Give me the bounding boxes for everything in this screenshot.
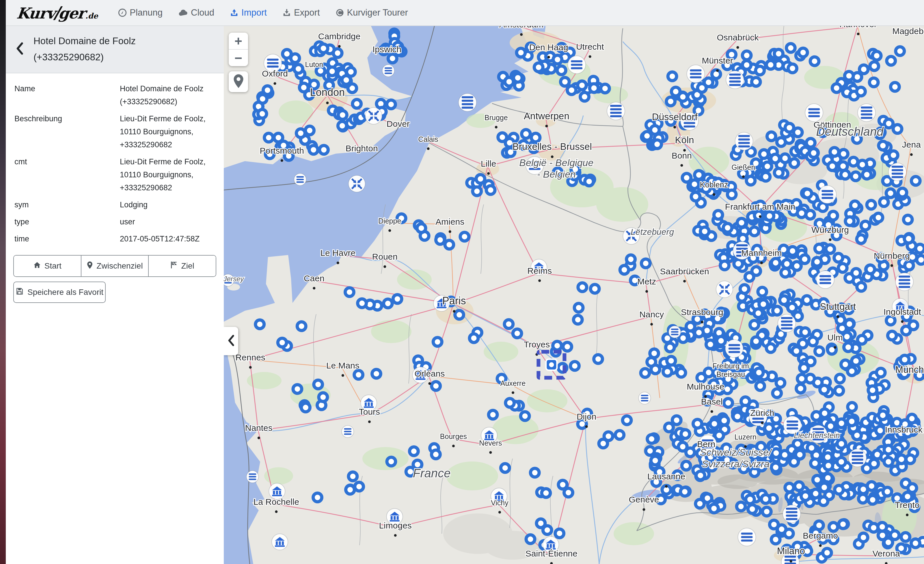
marker-cluster-icon	[669, 326, 681, 338]
field-row-beschreibung: Beschreibung Lieu-Dit Ferme de Foolz, 10…	[14, 110, 222, 153]
marker-cluster-icon	[638, 392, 651, 404]
svg-text:Bergamo: Bergamo	[803, 531, 838, 540]
marker-cluster-icon	[607, 102, 625, 120]
svg-text:Antwerpen: Antwerpen	[524, 111, 569, 121]
svg-text:Utrecht: Utrecht	[576, 42, 604, 51]
top-navbar: Kurv∕ger.de Planung Cloud Import Export	[6, 0, 924, 26]
spiderfy-cluster-icon	[716, 281, 733, 298]
sidebar-collapse-handle[interactable]	[224, 327, 238, 355]
nav-item-planung[interactable]: Planung	[118, 8, 163, 18]
download-icon	[282, 8, 291, 17]
save-favorite-button[interactable]: Speichere als Favorit	[13, 282, 106, 303]
spiderfy-cluster-icon	[348, 175, 365, 192]
svg-text:Ulm: Ulm	[827, 333, 843, 342]
svg-text:Genève: Genève	[628, 495, 659, 504]
svg-text:Calais: Calais	[418, 135, 438, 143]
marker-cluster-icon	[858, 104, 876, 122]
svg-text:Münster: Münster	[702, 56, 733, 65]
svg-text:Basel: Basel	[701, 397, 723, 406]
svg-text:Cambridge: Cambridge	[318, 32, 361, 41]
zwischenziel-button[interactable]: Zwischenziel	[81, 256, 148, 276]
route-planning-icon	[118, 8, 127, 17]
svg-text:Jersey: Jersey	[224, 275, 244, 283]
nav-item-import[interactable]: Import	[230, 8, 267, 18]
tourer-logo-icon	[336, 8, 344, 17]
svg-text:Jena: Jena	[902, 140, 921, 149]
svg-text:Saarbrücken: Saarbrücken	[660, 267, 709, 276]
marker-cluster-icon	[735, 132, 753, 150]
marker-cluster-icon	[896, 273, 914, 291]
svg-text:Strasbourg: Strasbourg	[681, 307, 723, 317]
brand-text: Kurv	[16, 4, 56, 22]
svg-text:Reims: Reims	[527, 266, 552, 276]
field-row-time: time 2017-05-05T12:47:58Z	[14, 231, 222, 248]
svg-text:Liechtenstein: Liechtenstein	[794, 431, 840, 440]
svg-text:Luton: Luton	[305, 60, 323, 69]
start-button[interactable]: Start	[14, 256, 81, 276]
svg-text:Paris: Paris	[442, 295, 466, 307]
svg-text:Magdeburg: Magdeburg	[892, 26, 924, 36]
svg-text:Ingolstadt: Ingolstadt	[884, 307, 921, 316]
poi-title-line1: Hotel Domaine de Foolz	[33, 33, 136, 49]
svg-text:Brugge: Brugge	[484, 114, 508, 122]
svg-text:Bourges: Bourges	[440, 432, 467, 440]
svg-text:- Belgien: - Belgien	[537, 169, 576, 180]
chevron-left-icon	[227, 335, 235, 347]
svg-text:Lille: Lille	[481, 159, 496, 168]
field-row-cmt: cmt Lieu-Dit Ferme de Foolz, 10110 Bourg…	[14, 153, 222, 196]
svg-text:Gießen: Gießen	[731, 163, 755, 171]
zoom-out-button[interactable]: −	[229, 50, 248, 66]
svg-text:Caen: Caen	[304, 273, 324, 283]
svg-text:Bruxelles - Brussel: Bruxelles - Brussel	[513, 141, 592, 152]
marker-cluster-icon	[783, 505, 801, 523]
marker-cluster-icon	[726, 71, 744, 88]
marker-cluster-icon	[818, 186, 836, 204]
marker-cluster-icon	[805, 104, 823, 122]
svg-text:Deutschland: Deutschland	[816, 125, 884, 138]
marker-cluster-icon	[725, 340, 743, 357]
zoom-in-button[interactable]: +	[229, 33, 248, 50]
map-canvas[interactable]: AmsterdamDen HaagUtrechtCambridgeIpswich…	[224, 26, 924, 564]
ziel-button[interactable]: Ziel	[148, 256, 216, 276]
back-button[interactable]	[6, 42, 33, 56]
brand-logo[interactable]: Kurv∕ger.de	[17, 3, 98, 22]
marker-cluster-icon	[342, 425, 354, 438]
svg-text:Brighton: Brighton	[346, 144, 378, 153]
svg-text:Frankfurt am Main: Frankfurt am Main	[725, 202, 795, 212]
nav-item-export[interactable]: Export	[282, 8, 320, 18]
monument-poi-icon	[272, 534, 288, 550]
svg-text:Zürich: Zürich	[750, 408, 774, 418]
nav-item-label: Planung	[130, 8, 163, 18]
svg-text:Koblenz: Koblenz	[700, 180, 728, 189]
background-photo-strip	[0, 0, 6, 564]
marker-cluster-icon	[816, 271, 834, 288]
save-icon	[16, 287, 23, 297]
marker-overlay: AmsterdamDen HaagUtrechtCambridgeIpswich…	[224, 26, 924, 564]
marker-tool-button[interactable]	[229, 71, 248, 92]
nav-item-label: Export	[294, 8, 320, 18]
svg-text:Dieppe: Dieppe	[378, 217, 401, 225]
marker-cluster-icon	[246, 471, 258, 483]
nav-item-label: Cloud	[191, 8, 214, 18]
svg-text:Schweiz/Suisse/: Schweiz/Suisse/	[700, 447, 772, 458]
marker-cluster-icon	[294, 173, 306, 185]
svg-text:Rennes: Rennes	[236, 352, 265, 362]
poi-detail-header: Hotel Domaine de Foolz (+33325290682)	[6, 26, 224, 74]
svg-text:Mulhouse: Mulhouse	[687, 382, 724, 391]
svg-text:België - Belgique: België - Belgique	[519, 157, 593, 168]
svg-text:Verona: Verona	[873, 549, 900, 558]
nav-item-kurviger-tourer[interactable]: Kurviger Tourer	[336, 8, 408, 18]
poi-markers[interactable]	[254, 29, 924, 562]
svg-text:Svizzera/Svizra: Svizzera/Svizra	[702, 458, 770, 469]
nav-item-cloud[interactable]: Cloud	[178, 8, 214, 18]
svg-text:Troyes: Troyes	[524, 340, 550, 349]
svg-text:Würzburg: Würzburg	[812, 225, 849, 234]
svg-text:Amsterdam: Amsterdam	[499, 26, 543, 29]
svg-text:Le Havre: Le Havre	[320, 248, 356, 258]
svg-text:France: France	[413, 466, 451, 480]
svg-text:Saint-Étienne: Saint-Étienne	[525, 549, 578, 558]
svg-text:Osnabrück: Osnabrück	[717, 33, 759, 42]
svg-text:Amiens: Amiens	[435, 217, 464, 226]
home-icon	[33, 261, 41, 271]
poi-title: Hotel Domaine de Foolz (+33325290682)	[33, 33, 136, 65]
